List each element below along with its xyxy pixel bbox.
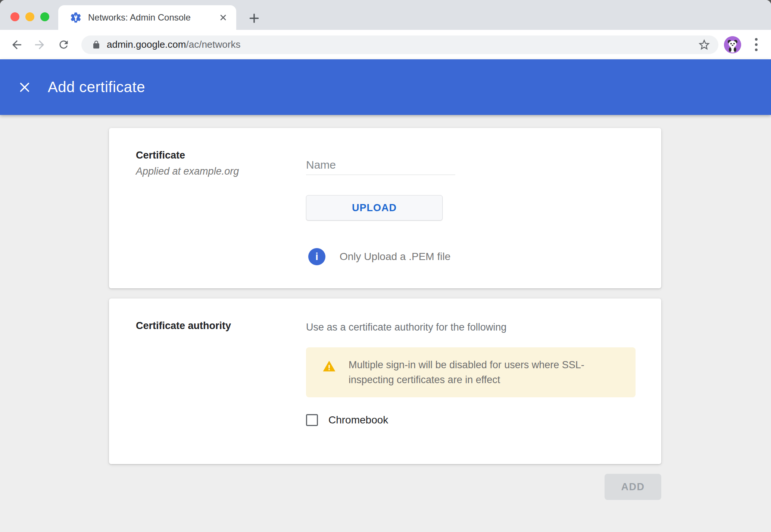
info-row: i Only Upload a .PEM file bbox=[308, 248, 450, 265]
profile-avatar[interactable] bbox=[724, 36, 741, 53]
tab-title: Networks: Admin Console bbox=[88, 12, 218, 23]
minimize-window-button[interactable] bbox=[25, 12, 34, 21]
tab-strip: Networks: Admin Console bbox=[0, 0, 771, 30]
traffic-lights bbox=[10, 12, 49, 21]
url-host: admin.google.com bbox=[107, 39, 186, 50]
warning-icon bbox=[322, 360, 337, 373]
address-bar[interactable]: admin.google.com/ac/networks bbox=[81, 35, 718, 54]
upload-button[interactable]: UPLOAD bbox=[306, 195, 443, 220]
certificate-label: Certificate bbox=[136, 150, 239, 161]
close-window-button[interactable] bbox=[10, 12, 19, 21]
info-text: Only Upload a .PEM file bbox=[340, 251, 450, 263]
back-icon[interactable] bbox=[10, 38, 24, 51]
url-path: /ac/networks bbox=[186, 39, 240, 50]
chromebook-checkbox[interactable] bbox=[306, 414, 318, 426]
reload-icon[interactable] bbox=[57, 38, 70, 51]
tab-close-icon[interactable] bbox=[218, 13, 228, 22]
forward-icon[interactable] bbox=[33, 38, 46, 51]
certificate-authority-label: Certificate authority bbox=[136, 320, 231, 332]
certificate-authority-card: Certificate authority Use as a certifica… bbox=[109, 298, 661, 464]
lock-icon[interactable] bbox=[92, 40, 101, 49]
admin-console-favicon bbox=[69, 11, 82, 24]
certificate-section-label: Certificate Applied at example.org bbox=[136, 150, 239, 177]
add-button[interactable]: ADD bbox=[605, 474, 661, 500]
bookmark-star-icon[interactable] bbox=[697, 38, 711, 51]
dialog-header: Add certificate bbox=[0, 59, 771, 115]
warning-text: Multiple sign-in will be disabled for us… bbox=[349, 357, 602, 387]
maximize-window-button[interactable] bbox=[40, 12, 49, 21]
chromebook-option-row: Chromebook bbox=[306, 414, 388, 426]
browser-tab[interactable]: Networks: Admin Console bbox=[58, 5, 236, 30]
info-icon: i bbox=[308, 248, 325, 265]
authority-description: Use as a certificate authority for the f… bbox=[306, 322, 506, 333]
authority-section-label: Certificate authority bbox=[136, 320, 231, 332]
dialog-content: Certificate Applied at example.org UPLOA… bbox=[0, 115, 771, 532]
browser-window: Networks: Admin Console admin.google.com… bbox=[0, 0, 771, 532]
chromebook-checkbox-label: Chromebook bbox=[328, 414, 388, 426]
new-tab-button[interactable] bbox=[248, 12, 260, 25]
url-text: admin.google.com/ac/networks bbox=[107, 39, 697, 50]
certificate-card: Certificate Applied at example.org UPLOA… bbox=[109, 128, 661, 288]
dialog-title: Add certificate bbox=[48, 79, 145, 96]
warning-banner: Multiple sign-in will be disabled for us… bbox=[306, 347, 636, 397]
browser-toolbar: admin.google.com/ac/networks bbox=[0, 30, 771, 59]
certificate-sublabel: Applied at example.org bbox=[136, 166, 239, 177]
dialog-close-icon[interactable] bbox=[18, 81, 31, 94]
browser-menu-icon[interactable] bbox=[749, 38, 763, 51]
certificate-name-input[interactable] bbox=[306, 155, 455, 175]
